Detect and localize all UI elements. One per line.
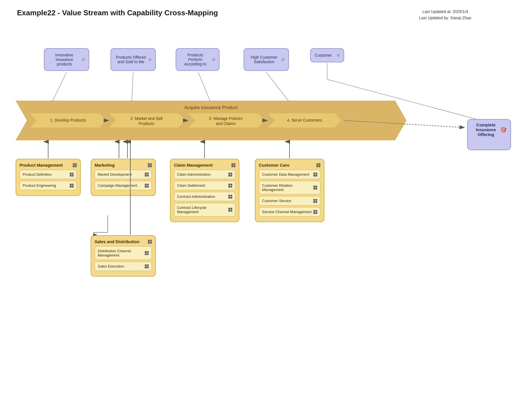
- stage-node-4: High Customer Satisfaction ⊟: [244, 48, 289, 71]
- svg-text:1. Develop Products: 1. Develop Products: [50, 118, 86, 122]
- svg-text:Acquire Insurance Product: Acquire Insurance Product: [184, 105, 238, 110]
- grid-icon: [145, 251, 149, 255]
- grid-icon: [228, 173, 232, 177]
- grid-icon: [313, 199, 317, 203]
- grid-icon: [145, 173, 149, 177]
- grid-icon: [148, 163, 152, 167]
- cap-item-product-engineering: Product Engineering: [20, 181, 77, 190]
- cap-item-service-channel: Service Channel Management: [259, 207, 320, 217]
- stage-node-1: Innovative Insurance products ⊟: [44, 48, 89, 71]
- cap-item-market-development: Market Development: [95, 170, 152, 179]
- cap-item-customer-service: Customer Service: [259, 196, 320, 205]
- svg-text:and Claims: and Claims: [216, 121, 236, 126]
- value-stream-banner: Acquire Insurance Product 1. Develop Pro…: [16, 101, 406, 140]
- link-icon-5: ⊟: [337, 53, 340, 57]
- cap-item-campaign-management: Campaign Management: [95, 181, 152, 190]
- grid-icon: [228, 208, 232, 212]
- svg-line-20: [132, 72, 133, 101]
- link-icon-4: ⊟: [282, 58, 284, 61]
- grid-icon: [145, 184, 149, 188]
- cap-item-sales-execution: Sales Execution: [95, 262, 152, 271]
- cap-item-customer-relation: Customer Relation Management: [259, 181, 320, 194]
- cap-box-title-customer-care: Customer Care: [259, 163, 320, 167]
- grid-icon: [145, 264, 149, 268]
- grid-icon: [70, 173, 74, 177]
- grid-icon: [73, 163, 77, 167]
- svg-text:3. Manage Policies: 3. Manage Policies: [209, 116, 242, 121]
- svg-text:4. Serve Customers: 4. Serve Customers: [287, 118, 322, 122]
- stage-node-3: Products Perform According to ⊟: [176, 48, 220, 71]
- cap-item-contract-administration: Contract Administration: [174, 192, 235, 201]
- complete-insurance-node: Complete Insurance Offering 🎯: [467, 119, 511, 150]
- page-title: Example22 - Value Stream with Capability…: [17, 9, 218, 17]
- cap-box-claim-management: Claim Management Claim Administration Cl…: [170, 159, 239, 222]
- svg-line-19: [52, 72, 67, 101]
- grid-icon: [148, 240, 152, 244]
- grid-icon: [313, 173, 317, 177]
- stage-node-5: Customer ⊟: [310, 48, 344, 62]
- last-updated-by: Last Updated by: Xiaoqi Zhao: [419, 15, 471, 21]
- cap-item-contract-lifecycle: Contract Lifecycle Management: [174, 203, 235, 217]
- cap-box-marketing: Marketing Market Development Campaign Ma…: [91, 159, 156, 196]
- last-updated-at: Last Updated at: 2025/1/4: [419, 9, 471, 15]
- svg-line-22: [266, 72, 289, 101]
- cap-item-product-definition: Product Definition: [20, 170, 77, 179]
- svg-line-21: [198, 72, 210, 101]
- cap-item-claim-administration: Claim Administration: [174, 170, 235, 179]
- stage-node-2: Products Offered and Sold to the ⊟: [110, 48, 156, 71]
- cap-box-customer-care: Customer Care Customer Data Management C…: [255, 159, 324, 222]
- svg-text:2. Market and Sell: 2. Market and Sell: [131, 116, 163, 121]
- link-icon-1: ⊟: [82, 58, 85, 61]
- grid-icon: [228, 184, 232, 188]
- grid-icon: [70, 184, 74, 188]
- cap-box-sales-distribution: Sales and Distribution Distribution Chan…: [91, 235, 156, 277]
- link-icon-2: ⊟: [148, 58, 151, 61]
- cap-box-title-marketing: Marketing: [95, 163, 152, 167]
- grid-icon: [231, 163, 235, 167]
- grid-icon: [313, 210, 317, 214]
- link-icon-3: ⊟: [212, 58, 215, 61]
- grid-icon: [228, 195, 232, 199]
- grid-icon: [316, 163, 320, 167]
- meta-info: Last Updated at: 2025/1/4 Last Updated b…: [419, 9, 471, 21]
- cap-box-title-sales-distribution: Sales and Distribution: [95, 239, 152, 244]
- cap-box-title-product-management: Product Management: [20, 163, 77, 167]
- cap-box-title-claim-management: Claim Management: [174, 163, 235, 167]
- cap-item-claim-settlement: Claim Settlement: [174, 181, 235, 190]
- cap-item-customer-data: Customer Data Management: [259, 170, 320, 179]
- cap-item-distribution-channel: Distribution Channel Management: [95, 246, 152, 260]
- cap-box-product-management: Product Management Product Definition Pr…: [16, 159, 81, 196]
- svg-text:Products: Products: [139, 121, 154, 126]
- grid-icon: [313, 186, 317, 190]
